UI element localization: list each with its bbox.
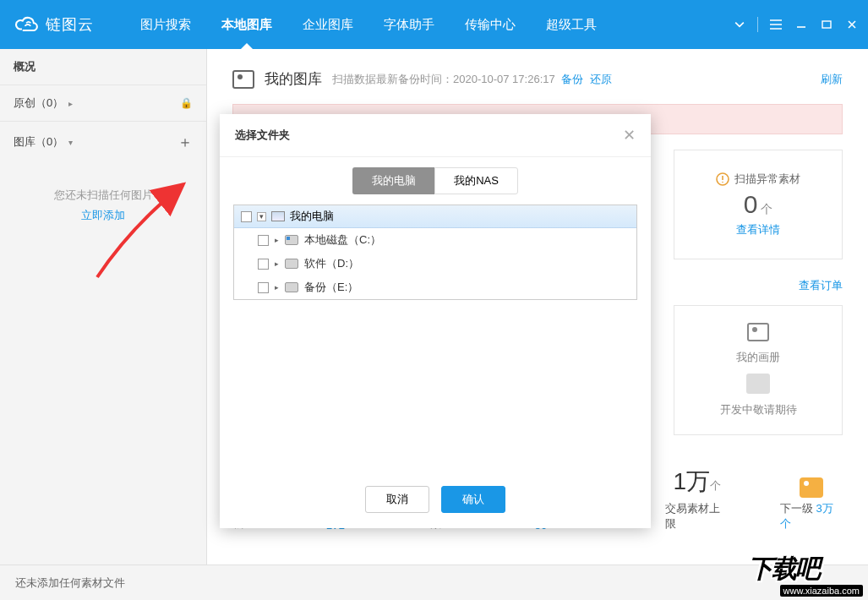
minimize-icon[interactable] bbox=[794, 17, 809, 32]
tree-root[interactable]: ▾ 我的电脑 bbox=[234, 205, 636, 228]
root-label: 我的电脑 bbox=[290, 209, 334, 224]
disk-icon bbox=[285, 282, 298, 292]
watermark-text: 下载吧 bbox=[748, 552, 819, 586]
big-unit: 个 bbox=[710, 479, 721, 492]
cloud-logo-icon bbox=[15, 13, 39, 36]
drive-d-checkbox[interactable] bbox=[258, 259, 269, 270]
svg-rect-0 bbox=[822, 21, 831, 28]
nav-enterprise-gallery[interactable]: 企业图库 bbox=[287, 0, 368, 49]
sidebar-library[interactable]: 图库（0） ▾ ＋ bbox=[0, 122, 206, 162]
drive-c-checkbox[interactable] bbox=[258, 235, 269, 246]
chevron-right-icon: ▸ bbox=[68, 99, 73, 108]
warning-icon bbox=[716, 172, 729, 186]
modal-title: 选择文件夹 bbox=[235, 128, 290, 143]
my-album-label: 我的画册 bbox=[736, 350, 780, 365]
brand-name: 链图云 bbox=[46, 14, 94, 35]
add-now-link[interactable]: 立即添加 bbox=[8, 208, 198, 223]
menu-icon[interactable] bbox=[768, 17, 783, 32]
collapse-icon[interactable]: ▾ bbox=[257, 212, 266, 221]
big-num-cell: 1万个 交易素材上限 bbox=[665, 466, 729, 532]
drive-d-label: 软件（D:） bbox=[304, 256, 359, 271]
add-library-button[interactable]: ＋ bbox=[177, 132, 193, 152]
restore-link[interactable]: 还原 bbox=[590, 73, 612, 85]
sidebar-original[interactable]: 原创（0） ▸ 🔒 bbox=[0, 85, 206, 122]
drive-c-label: 本地磁盘（C:） bbox=[304, 232, 381, 248]
gallery-header: 我的图库 扫描数据最新备份时间：2020-10-07 17:26:17 备份 还… bbox=[232, 69, 843, 89]
abnormal-label: 扫描异常素材 bbox=[734, 172, 800, 187]
scan-info: 扫描数据最新备份时间：2020-10-07 17:26:17 备份 还原 bbox=[332, 72, 612, 87]
image-orange-icon bbox=[800, 477, 823, 498]
sidebar-library-label: 图库（0） bbox=[14, 134, 63, 150]
backup-link[interactable]: 备份 bbox=[561, 73, 583, 85]
cancel-button[interactable]: 取消 bbox=[365, 486, 429, 513]
footer-text: 还未添加任何素材文件 bbox=[15, 575, 125, 591]
dev-wait-label: 开发中敬请期待 bbox=[720, 402, 797, 417]
expand-icon[interactable]: ▸ bbox=[275, 259, 279, 268]
drive-d-item[interactable]: ▸ 软件（D:） bbox=[234, 252, 636, 275]
sidebar: 概况 原创（0） ▸ 🔒 图库（0） ▾ ＋ 您还未扫描任何图片 立即添加 bbox=[0, 49, 207, 565]
lock-icon: 🔒 bbox=[180, 97, 193, 109]
root-checkbox[interactable] bbox=[241, 211, 252, 222]
folder-tree: ▾ 我的电脑 ▸ 本地磁盘（C:） ▸ 软件（D:） ▸ 备份（E:） bbox=[233, 205, 637, 300]
orange-card-cell: 下一级 3万个 bbox=[780, 477, 843, 532]
nav-local-gallery[interactable]: 本地图库 bbox=[206, 0, 287, 49]
drive-e-checkbox[interactable] bbox=[258, 282, 269, 293]
gallery-title: 我的图库 bbox=[265, 69, 322, 89]
trade-limit-label: 交易素材上限 bbox=[665, 501, 729, 532]
chevron-down-icon: ▾ bbox=[68, 138, 73, 147]
folder-picker-modal: 选择文件夹 ✕ 我的电脑 我的NAS ▾ 我的电脑 ▸ 本地磁盘（C:） ▸ 软… bbox=[220, 114, 651, 528]
maximize-icon[interactable] bbox=[819, 17, 834, 32]
window-controls bbox=[732, 17, 860, 32]
disk-icon bbox=[285, 259, 298, 269]
close-icon[interactable] bbox=[844, 17, 860, 32]
confirm-button[interactable]: 确认 bbox=[441, 486, 505, 513]
watermark-url: www.xiazaiba.com bbox=[780, 585, 863, 597]
watermark: 下载吧 www.xiazaiba.com bbox=[748, 552, 866, 598]
nav-transfer-center[interactable]: 传输中心 bbox=[450, 0, 531, 49]
abnormal-unit: 个 bbox=[761, 202, 772, 215]
modal-close-button[interactable]: ✕ bbox=[623, 126, 636, 145]
album-icon bbox=[747, 323, 769, 341]
drive-e-item[interactable]: ▸ 备份（E:） bbox=[234, 275, 636, 299]
nav-super-tools[interactable]: 超级工具 bbox=[531, 0, 612, 49]
view-detail-link[interactable]: 查看详情 bbox=[736, 222, 780, 237]
tab-my-computer[interactable]: 我的电脑 bbox=[352, 167, 434, 194]
drive-e-label: 备份（E:） bbox=[304, 280, 358, 295]
nav-font-helper[interactable]: 字体助手 bbox=[368, 0, 450, 49]
abnormal-card: 扫描异常素材 0个 查看详情 bbox=[674, 150, 843, 259]
nav-image-search[interactable]: 图片搜索 bbox=[125, 0, 206, 49]
separator bbox=[757, 17, 758, 32]
computer-icon bbox=[271, 211, 285, 221]
expand-icon[interactable]: ▸ bbox=[275, 283, 279, 292]
dropdown-icon[interactable] bbox=[732, 17, 747, 32]
refresh-link[interactable]: 刷新 bbox=[821, 72, 843, 87]
modal-header: 选择文件夹 ✕ bbox=[220, 114, 651, 157]
header-bar: 链图云 图片搜索 本地图库 企业图库 字体助手 传输中心 超级工具 bbox=[0, 0, 868, 49]
drive-c-item[interactable]: ▸ 本地磁盘（C:） bbox=[234, 228, 636, 252]
sidebar-empty-state: 您还未扫描任何图片 立即添加 bbox=[0, 162, 206, 248]
big-num: 1万 bbox=[673, 468, 710, 494]
tab-my-nas[interactable]: 我的NAS bbox=[434, 167, 518, 194]
sidebar-original-label: 原创（0） bbox=[14, 95, 63, 111]
disk-icon bbox=[285, 235, 298, 245]
code-icon bbox=[746, 374, 770, 394]
sidebar-overview[interactable]: 概况 bbox=[0, 49, 206, 85]
footer-bar: 还未添加任何素材文件 bbox=[0, 565, 868, 600]
gallery-icon bbox=[232, 70, 254, 89]
nav: 图片搜索 本地图库 企业图库 字体助手 传输中心 超级工具 bbox=[125, 0, 612, 49]
modal-tabs: 我的电脑 我的NAS bbox=[220, 157, 651, 201]
logo: 链图云 bbox=[15, 13, 125, 36]
abnormal-count: 0 bbox=[744, 190, 758, 218]
expand-icon[interactable]: ▸ bbox=[275, 236, 279, 244]
modal-footer: 取消 确认 bbox=[220, 474, 651, 528]
empty-text: 您还未扫描任何图片 bbox=[54, 188, 153, 201]
my-album-card: 我的画册 开发中敬请期待 bbox=[674, 305, 843, 435]
